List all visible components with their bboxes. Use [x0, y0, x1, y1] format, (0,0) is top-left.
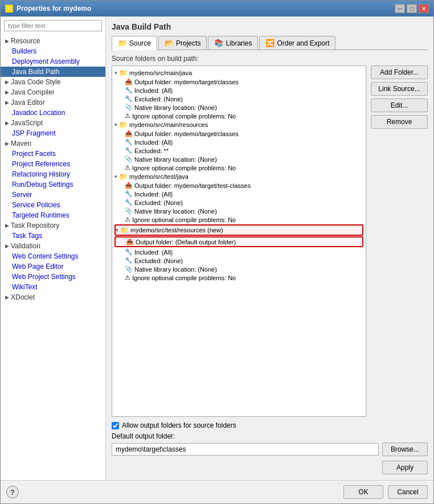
- tab-order-export[interactable]: 🔀 Order and Export: [259, 36, 335, 50]
- tree-entry-label: Included: (All): [134, 87, 173, 94]
- sidebar-item-wikitext[interactable]: WikiText: [1, 282, 105, 292]
- tree-entry-included-1[interactable]: 🔧 Included: (All): [114, 86, 363, 95]
- sidebar-item-javascript[interactable]: ▶ JavaScript: [1, 118, 105, 128]
- tree-entry-src-main-java[interactable]: ▾ 📁 mydemo/src/main/java: [114, 68, 363, 77]
- allow-output-folders-checkbox[interactable]: [112, 422, 119, 429]
- sidebar-item-web-project-settings[interactable]: Web Project Settings: [1, 272, 105, 282]
- browse-button[interactable]: Browse...: [382, 442, 428, 456]
- apply-row: Apply: [112, 461, 428, 474]
- expand-arrow: ▶: [5, 223, 9, 228]
- sidebar-item-javadoc[interactable]: Javadoc Location: [1, 108, 105, 118]
- sidebar-item-web-content-settings[interactable]: Web Content Settings: [1, 251, 105, 261]
- tree-entry-output-1[interactable]: 📤 Output folder: mydemo/target/classes: [114, 77, 363, 86]
- tree-entry-ignore-4[interactable]: ⚠ Ignore optional compile problems: No: [114, 273, 363, 282]
- tree-entry-included-2[interactable]: 🔧 Included: (All): [114, 138, 363, 146]
- title-bar-left: ⚙ Properties for mydemo: [5, 5, 91, 13]
- tree-entry-label: Native library location: (None): [134, 156, 217, 163]
- tree-entry-src-test-java[interactable]: ▾ 📁 mydemo/src/test/java: [114, 172, 363, 181]
- sidebar-item-xdoclet[interactable]: ▶ XDoclet: [1, 292, 105, 302]
- sidebar-item-label: Server: [12, 191, 32, 199]
- sidebar-item-java-editor[interactable]: ▶ Java Editor: [1, 97, 105, 108]
- ok-button[interactable]: OK: [343, 485, 383, 499]
- tab-projects[interactable]: 📂 Projects: [158, 36, 207, 50]
- minimize-button[interactable]: ─: [395, 4, 405, 13]
- link-source-button[interactable]: Link Source...: [371, 82, 428, 96]
- sidebar-item-maven[interactable]: ▶ Maven: [1, 138, 105, 149]
- expand-arrow: ▶: [5, 79, 9, 85]
- expand-arrow-icon: ▾: [114, 122, 117, 128]
- tree-entry-ignore-1[interactable]: ⚠ Ignore optional compile problems: No: [114, 112, 363, 120]
- sidebar-item-label: Web Page Editor: [12, 263, 64, 271]
- sidebar-item-jsp-fragment[interactable]: JSP Fragment: [1, 128, 105, 138]
- expand-arrow-icon: ▾: [114, 174, 117, 179]
- sidebar-item-label: Project References: [12, 160, 70, 168]
- close-button[interactable]: ✕: [419, 4, 429, 13]
- filter-input[interactable]: [4, 20, 102, 31]
- edit-button[interactable]: Edit...: [371, 99, 428, 112]
- sidebar-item-run-debug[interactable]: Run/Debug Settings: [1, 179, 105, 190]
- cancel-button[interactable]: Cancel: [388, 485, 428, 499]
- tab-libraries[interactable]: 📚 Libraries: [208, 36, 258, 50]
- source-tree[interactable]: ▾ 📁 mydemo/src/main/java 📤 Output folder…: [112, 65, 366, 417]
- apply-button[interactable]: Apply: [382, 461, 428, 474]
- bottom-area: Allow output folders for source folders …: [112, 421, 428, 456]
- sidebar-item-builders[interactable]: Builders: [1, 46, 105, 56]
- sidebar-item-task-repository[interactable]: ▶ Task Repository: [1, 220, 105, 231]
- window-title: Properties for mydemo: [17, 5, 91, 13]
- sidebar-item-refactoring[interactable]: Refactoring History: [1, 169, 105, 179]
- sidebar-item-project-references[interactable]: Project References: [1, 159, 105, 169]
- tree-entry-label: Output folder: mydemo/target/classes: [134, 130, 239, 137]
- sidebar-item-java-compiler[interactable]: ▶ Java Compiler: [1, 87, 105, 97]
- tree-entry-native-3[interactable]: 📎 Native library location: (None): [114, 207, 363, 215]
- tree-entry-label: Ignore optional compile problems: No: [132, 216, 236, 223]
- sidebar-item-server[interactable]: Server: [1, 190, 105, 200]
- tree-entry-label: Ignore optional compile problems: No: [132, 274, 236, 281]
- tree-entry-excluded-4[interactable]: 🔧 Excluded: (None): [114, 256, 363, 265]
- remove-button[interactable]: Remove: [371, 115, 428, 129]
- sidebar-item-web-page-editor[interactable]: Web Page Editor: [1, 261, 105, 272]
- tree-entry-excluded-1[interactable]: 🔧 Excluded: (None): [114, 95, 363, 103]
- sidebar-item-label: Builders: [12, 47, 36, 55]
- sidebar-item-java-build-path[interactable]: Java Build Path: [1, 67, 105, 77]
- tree-entry-native-2[interactable]: 📎 Native library location: (None): [114, 155, 363, 163]
- tree-entry-ignore-3[interactable]: ⚠ Ignore optional compile problems: No: [114, 215, 363, 224]
- tree-entry-included-3[interactable]: 🔧 Included: (All): [114, 190, 363, 198]
- warning-icon: ⚠: [125, 274, 130, 281]
- add-folder-button[interactable]: Add Folder...: [371, 65, 428, 79]
- tree-entry-output-2[interactable]: 📤 Output folder: mydemo/target/classes: [114, 129, 363, 138]
- expand-arrow: ▶: [5, 100, 9, 105]
- expand-arrow-icon: ▾: [116, 227, 118, 233]
- sidebar-item-label: XDoclet: [11, 293, 35, 301]
- output-icon: 📤: [125, 182, 133, 189]
- tree-entry-excluded-3[interactable]: 🔧 Excluded: (None): [114, 198, 363, 207]
- tab-source[interactable]: 📁 Source: [112, 36, 157, 50]
- source-tab-icon: 📁: [118, 39, 127, 47]
- tree-entry-included-4[interactable]: 🔧 Included: (All): [114, 248, 363, 256]
- sidebar-item-project-facets[interactable]: Project Facets: [1, 149, 105, 159]
- left-tree-view: ▶ Resource Builders Deployment Assembly …: [1, 35, 105, 480]
- default-output-input[interactable]: [112, 443, 379, 456]
- tree-entry-excluded-2[interactable]: 🔧 Excluded: **: [114, 146, 363, 155]
- tree-entry-label: mydemo/src/main/resources: [129, 121, 208, 128]
- sidebar-item-deployment[interactable]: Deployment Assembly: [1, 56, 105, 67]
- sidebar-item-service-policies[interactable]: Service Policies: [1, 200, 105, 210]
- sidebar-item-label: Service Policies: [12, 201, 60, 209]
- tree-entry-output-4[interactable]: 📤 Output folder: (Default output folder): [114, 236, 363, 247]
- sidebar-item-validation[interactable]: ▶ Validation: [1, 241, 105, 251]
- sidebar-item-targeted-runtimes[interactable]: Targeted Runtimes: [1, 210, 105, 220]
- tree-entry-native-1[interactable]: 📎 Native library location: (None): [114, 103, 363, 112]
- tree-entry-output-3[interactable]: 📤 Output folder: mydemo/target/test-clas…: [114, 181, 363, 190]
- sidebar-item-label: Web Content Settings: [12, 252, 79, 260]
- filter-icon: 🔧: [125, 199, 133, 206]
- tree-entry-src-main-resources[interactable]: ▾ 📁 mydemo/src/main/resources: [114, 120, 363, 129]
- expand-arrow: ▶: [5, 89, 9, 95]
- tree-entry-src-test-resources[interactable]: ▾ 📁 mydemo/src/test/resources (new): [114, 224, 363, 236]
- help-button[interactable]: ?: [6, 486, 19, 498]
- sidebar-item-resource[interactable]: ▶ Resource: [1, 36, 105, 46]
- tree-entry-native-4[interactable]: 📎 Native library location: (None): [114, 265, 363, 273]
- sidebar-item-java-code-style[interactable]: ▶ Java Code Style: [1, 77, 105, 87]
- expand-arrow: ▶: [5, 294, 9, 300]
- tree-entry-ignore-2[interactable]: ⚠ Ignore optional compile problems: No: [114, 163, 363, 172]
- maximize-button[interactable]: □: [407, 4, 417, 13]
- sidebar-item-task-tags[interactable]: Task Tags: [1, 231, 105, 241]
